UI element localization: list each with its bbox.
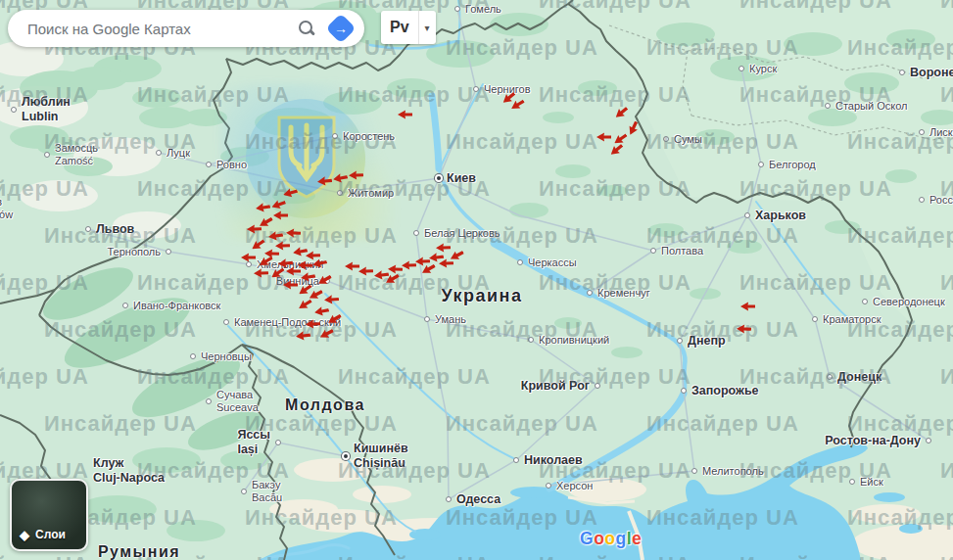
attack-arrow-icon bbox=[275, 241, 290, 252]
directions-arrow-icon: → bbox=[327, 15, 355, 42]
attack-arrow-icon bbox=[508, 97, 526, 113]
attack-arrow-icon bbox=[296, 297, 313, 312]
attack-arrow-icon bbox=[626, 119, 641, 137]
attack-arrow-icon bbox=[278, 257, 294, 268]
search-input[interactable] bbox=[25, 20, 292, 38]
attack-arrow-icon bbox=[317, 175, 333, 186]
attack-arrow-icon bbox=[332, 172, 349, 184]
attack-arrow-icon bbox=[596, 132, 611, 142]
attack-arrow-icon bbox=[247, 224, 262, 235]
attack-arrow-icon bbox=[737, 324, 751, 335]
attack-arrow-icon bbox=[349, 170, 363, 181]
attack-arrow-icon bbox=[254, 268, 268, 279]
profile-button[interactable]: Pv ▾ bbox=[381, 11, 436, 44]
attack-arrow-icon bbox=[613, 104, 631, 120]
attack-arrow-icon bbox=[282, 186, 299, 200]
attack-arrow-icon bbox=[318, 326, 336, 342]
attack-arrow-icon bbox=[249, 237, 266, 254]
attack-arrow-icon bbox=[415, 257, 430, 267]
google-logo: Google bbox=[580, 529, 642, 549]
attack-arrow-icon bbox=[398, 110, 412, 119]
attack-arrow-icon bbox=[286, 266, 301, 276]
map-app: ГомельЧерниговКурскВоронежСтарый ОсколЛи… bbox=[0, 0, 953, 560]
attack-arrow-icon bbox=[306, 319, 320, 330]
attack-arrow-icon bbox=[388, 264, 403, 275]
attack-arrow-icon bbox=[316, 272, 334, 288]
attack-arrow-icon bbox=[608, 141, 626, 158]
attack-arrow-icon bbox=[296, 330, 311, 342]
profile-label: Pv bbox=[381, 11, 418, 44]
google-logo-letter: G bbox=[580, 529, 594, 548]
attack-arrow-icon bbox=[358, 266, 373, 277]
attack-arrow-icon bbox=[283, 280, 298, 290]
google-logo-letter: e bbox=[632, 529, 642, 548]
directions-button[interactable]: → bbox=[327, 15, 355, 42]
attack-arrow-icon bbox=[300, 271, 315, 283]
attack-arrow-icon bbox=[324, 294, 340, 304]
google-logo-letter: g bbox=[616, 529, 627, 548]
attack-arrow-icon bbox=[374, 269, 390, 281]
attack-arrow-icon bbox=[270, 198, 288, 212]
chevron-down-icon[interactable]: ▾ bbox=[418, 11, 436, 44]
layers-label: Слои bbox=[35, 528, 66, 541]
layers-icon: ◆ bbox=[20, 529, 29, 541]
attack-arrow-icon bbox=[311, 257, 328, 270]
attack-arrow-icon bbox=[402, 260, 416, 271]
attack-arrow-icon bbox=[286, 228, 301, 239]
attack-arrow-icon bbox=[273, 210, 288, 220]
attack-arrow-icon bbox=[436, 243, 451, 254]
attack-arrow-icon bbox=[298, 260, 312, 271]
google-logo-letter: o bbox=[594, 529, 604, 548]
attack-arrow-icon bbox=[241, 253, 256, 262]
attack-arrow-icon bbox=[268, 265, 286, 282]
attack-arrow-icon bbox=[306, 251, 320, 261]
google-logo-letter: o bbox=[604, 529, 615, 548]
attack-arrow-icon bbox=[255, 202, 270, 213]
attack-arrow-icon bbox=[267, 230, 283, 242]
attack-arrow-icon bbox=[740, 302, 755, 311]
attack-arrow-icon bbox=[439, 258, 453, 269]
attack-arrow-icon bbox=[313, 305, 330, 317]
attack-arrow-icon bbox=[257, 254, 274, 269]
attack-arrow-icon bbox=[449, 248, 466, 263]
search-bar[interactable]: → bbox=[8, 10, 364, 47]
attack-arrow-icon bbox=[429, 252, 445, 263]
layers-button[interactable]: ◆ Слои bbox=[10, 479, 88, 551]
attack-arrow-icon bbox=[345, 261, 359, 271]
search-icon[interactable] bbox=[298, 20, 315, 37]
attack-arrow-icon bbox=[326, 311, 344, 327]
arrows-layer bbox=[0, 0, 953, 560]
